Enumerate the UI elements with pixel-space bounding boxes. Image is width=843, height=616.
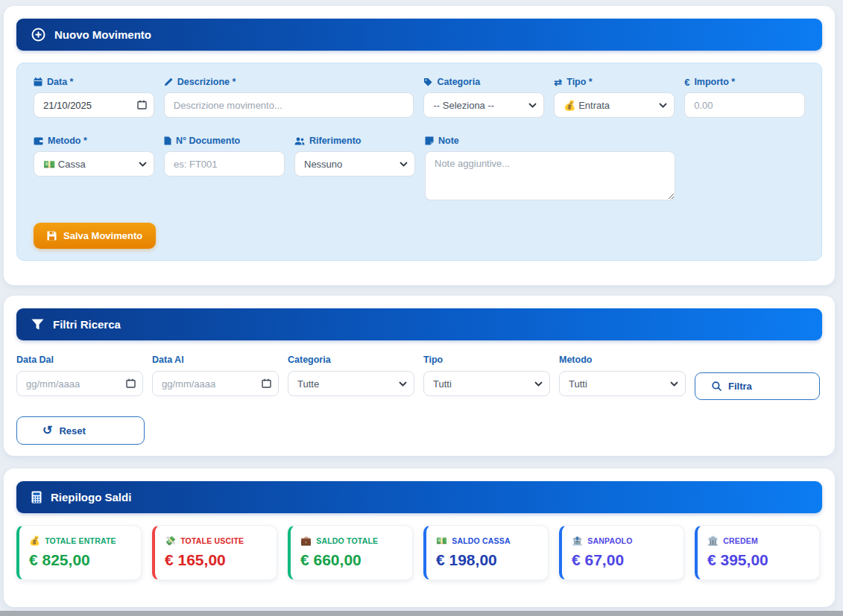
note-label: Note	[438, 136, 459, 146]
chevron-down-icon	[528, 101, 537, 109]
arrows-icon: ⇄	[554, 77, 562, 87]
metodo-select[interactable]: 💵 Cassa	[34, 151, 154, 177]
card-saldo-totale: 💼 SALDO TOTALE € 660,00	[288, 525, 413, 580]
descrizione-label: Descrizione *	[177, 77, 236, 87]
bank-icon: 🏦	[572, 536, 583, 546]
field-descrizione: Descrizione *	[164, 77, 414, 118]
field-riferimento: Riferimento Nessuno	[294, 136, 415, 200]
money-bag-icon: 💰	[29, 536, 40, 546]
data-label: Data *	[47, 77, 73, 87]
filter-categoria-value: Tutte	[297, 378, 319, 390]
documento-label-row: N° Documento	[164, 136, 285, 146]
bank-building-icon: 🏛️	[707, 536, 719, 546]
filter-metodo-value: Tutti	[569, 378, 587, 390]
card-totale-uscite: 💸 TOTALE USCITE € 165,00	[152, 525, 277, 580]
data-input[interactable]	[34, 92, 154, 118]
euro-icon: €	[684, 77, 689, 87]
importo-input[interactable]	[684, 92, 805, 118]
card-credem: 🏛️ CREDEM € 395,00	[695, 525, 820, 580]
card-label-row: 🏦 SANPAOLO	[572, 536, 675, 546]
card-label-text: CREDEM	[723, 536, 758, 545]
wallet-icon	[34, 137, 43, 145]
tipo-label-row: ⇄ Tipo *	[554, 77, 675, 87]
filters-header: Filtri Ricerca	[16, 308, 822, 340]
field-data-al: Data Al	[152, 355, 279, 396]
chevron-down-icon	[534, 380, 543, 388]
importo-label: Importo *	[694, 77, 735, 87]
reset-icon: ↺	[42, 425, 52, 436]
documento-label: N° Documento	[176, 136, 240, 146]
card-label-text: TOTALE USCITE	[180, 536, 244, 545]
metodo-select-value: 💵 Cassa	[43, 159, 86, 170]
chevron-down-icon	[139, 160, 147, 168]
filter-tipo-select[interactable]: Tutti	[423, 371, 550, 396]
filters-row: Data Dal Data Al	[16, 355, 822, 400]
note-label-row: Note	[425, 136, 675, 146]
card-label-row: 💰 TOTALE ENTRATE	[29, 536, 132, 546]
filter-tipo-label-row: Tipo	[423, 355, 550, 365]
card-label-row: 💸 TOTALE USCITE	[165, 536, 268, 546]
field-filter-categoria: Categoria Tutte	[288, 355, 414, 396]
tag-icon	[423, 77, 432, 86]
riferimento-label-row: Riferimento	[294, 136, 415, 146]
tipo-label: Tipo *	[566, 77, 593, 87]
reset-label: Reset	[59, 425, 85, 436]
field-filter-tipo: Tipo Tutti	[423, 355, 550, 396]
save-movement-label: Salva Movimento	[63, 230, 142, 241]
card-value: € 395,00	[707, 551, 810, 569]
documento-input[interactable]	[164, 151, 285, 177]
reset-button[interactable]: ↺ Reset	[16, 416, 145, 445]
riferimento-label: Riferimento	[309, 136, 361, 146]
filtra-button[interactable]: Filtra	[695, 372, 820, 400]
riferimento-select[interactable]: Nessuno	[294, 151, 415, 177]
banknote-icon: 💵	[436, 536, 447, 546]
filter-metodo-select[interactable]: Tutti	[559, 371, 686, 396]
card-sanpaolo: 🏦 SANPAOLO € 67,00	[559, 525, 684, 580]
data-dal-label-row: Data Dal	[16, 355, 143, 365]
money-wings-icon: 💸	[165, 536, 176, 546]
field-note: Note	[425, 136, 675, 200]
filter-categoria-select[interactable]: Tutte	[288, 371, 414, 396]
data-dal-label: Data Dal	[16, 355, 54, 365]
briefcase-icon: 💼	[300, 536, 312, 546]
note-textarea[interactable]	[425, 151, 675, 200]
data-dal-input[interactable]	[16, 371, 143, 396]
field-tipo: ⇄ Tipo * 💰 Entrata	[554, 77, 675, 118]
document-icon	[164, 136, 171, 145]
categoria-label-row: Categoria	[423, 77, 544, 87]
card-value: € 198,00	[436, 551, 539, 569]
filters-panel: Filtri Ricerca Data Dal Data Al	[4, 296, 835, 456]
data-label-row: Data *	[34, 77, 154, 87]
note-icon	[425, 136, 434, 145]
descrizione-input[interactable]	[164, 92, 414, 118]
save-movement-button[interactable]: Salva Movimento	[34, 223, 156, 249]
plus-circle-icon	[31, 28, 45, 42]
summary-cards: 💰 TOTALE ENTRATE € 825,00 💸 TOTALE USCIT…	[16, 525, 822, 580]
field-metodo: Metodo * 💵 Cassa	[34, 136, 154, 200]
new-movement-form: Data * Descrizione *	[16, 63, 822, 261]
field-data-dal: Data Dal	[16, 355, 143, 396]
tipo-select-value: 💰 Entrata	[563, 100, 610, 111]
categoria-select[interactable]: -- Seleziona --	[423, 92, 544, 118]
new-movement-title: Nuovo Movimento	[54, 28, 151, 41]
card-label-row: 💼 SALDO TOTALE	[300, 536, 403, 546]
metodo-label: Metodo *	[48, 136, 87, 146]
field-documento: N° Documento	[164, 136, 285, 200]
data-al-input[interactable]	[152, 371, 279, 396]
filtra-label: Filtra	[728, 381, 752, 392]
summary-panel: Riepilogo Saldi 💰 TOTALE ENTRATE € 825,0…	[4, 469, 835, 607]
filter-tipo-label: Tipo	[423, 355, 443, 365]
new-movement-panel: Nuovo Movimento Data *	[4, 6, 835, 285]
summary-header: Riepilogo Saldi	[16, 481, 822, 513]
save-icon	[47, 231, 57, 241]
data-al-label-row: Data Al	[152, 355, 279, 365]
filter-categoria-label: Categoria	[288, 355, 331, 365]
card-label-text: TOTALE ENTRATE	[45, 536, 116, 545]
tipo-select[interactable]: 💰 Entrata	[554, 92, 675, 118]
summary-title: Riepilogo Saldi	[51, 491, 131, 504]
card-label-row: 🏛️ CREDEM	[707, 536, 810, 546]
card-value: € 660,00	[300, 551, 403, 569]
card-totale-entrate: 💰 TOTALE ENTRATE € 825,00	[16, 525, 142, 580]
bottom-bar	[0, 611, 843, 616]
categoria-label: Categoria	[437, 77, 480, 87]
